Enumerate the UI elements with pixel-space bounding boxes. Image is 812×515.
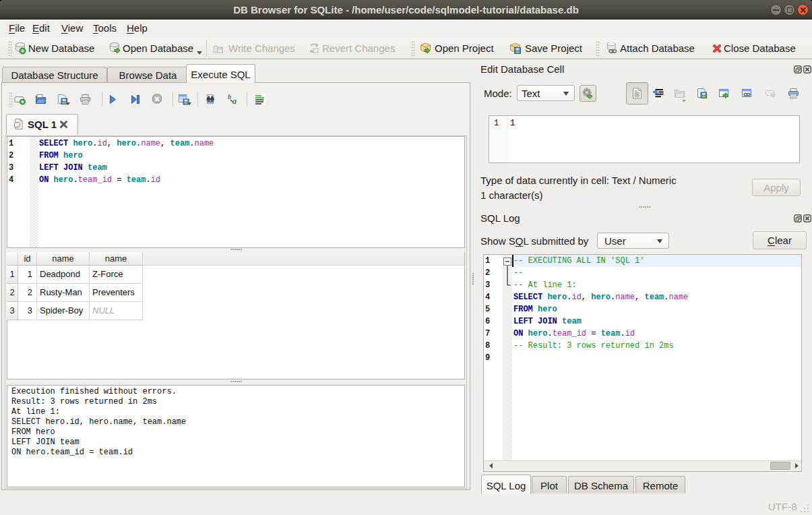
svg-text:b: b <box>228 94 231 100</box>
svg-text:a: a <box>232 96 237 105</box>
